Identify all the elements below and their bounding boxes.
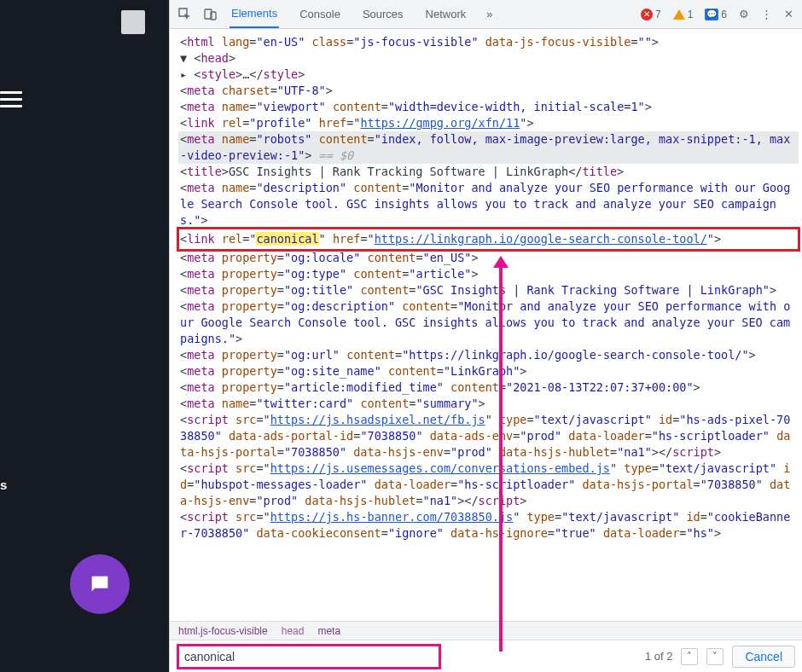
error-count: 7 [655, 9, 661, 20]
message-count: 6 [721, 9, 727, 20]
find-match-counter: 1 of 2 [645, 650, 673, 663]
breadcrumb-item[interactable]: html.js-focus-visible [178, 625, 268, 637]
chat-icon [88, 572, 112, 596]
dom-node[interactable]: <meta property="og:locale" content="en_U… [178, 250, 799, 266]
tab-console[interactable]: Console [298, 0, 342, 28]
dom-node[interactable]: <meta charset="UTF-8"> [178, 83, 799, 99]
find-cancel-button[interactable]: Cancel [732, 646, 795, 668]
find-prev-button[interactable]: ˄ [681, 648, 698, 665]
dom-node[interactable]: ▸ <style>…</style> [178, 67, 799, 83]
hamburger-icon[interactable] [0, 87, 22, 109]
dom-node[interactable]: <meta property="og:site_name" content="L… [178, 363, 799, 379]
devtools-panel: Elements Console Sources Network » ✕ 7 1… [169, 0, 802, 672]
dom-node[interactable]: <link rel="canonical" href="https://link… [178, 229, 799, 250]
dom-node[interactable]: <meta name="viewport" content="width=dev… [178, 99, 799, 115]
dom-node[interactable]: <title>GSC Insights | Rank Tracking Soft… [178, 164, 799, 180]
find-input-highlight [177, 644, 441, 669]
warning-icon [673, 9, 685, 20]
chat-launcher-button[interactable] [70, 554, 130, 614]
dom-node[interactable]: ▼ <head> [178, 50, 799, 67]
tabs-overflow-icon[interactable]: » [486, 8, 492, 20]
error-icon: ✕ [641, 9, 653, 20]
elements-dom-tree[interactable]: <html lang="en-US" class="js-focus-visib… [170, 29, 802, 621]
find-input[interactable] [184, 650, 433, 663]
dom-node[interactable]: <meta property="article:modified_time" c… [178, 379, 799, 396]
tab-elements[interactable]: Elements [230, 0, 279, 28]
dom-node[interactable]: <meta name="description" content="Monito… [178, 180, 799, 229]
find-bar: 1 of 2 ˄ ˅ Cancel [170, 640, 802, 672]
message-icon: 💬 [705, 9, 718, 20]
avatar[interactable] [121, 10, 145, 34]
dom-node[interactable]: <script src="https://js.hsadspixel.net/f… [178, 412, 799, 461]
gear-icon[interactable]: ⚙ [739, 8, 749, 20]
warning-count-badge[interactable]: 1 [673, 9, 694, 20]
message-count-badge[interactable]: 💬 6 [705, 9, 727, 20]
dom-node[interactable]: <meta property="og:url" content="https:/… [178, 347, 799, 363]
dom-node[interactable]: <script src="https://js.usemessages.com/… [178, 461, 799, 509]
elements-breadcrumb[interactable]: html.js-focus-visible head meta [170, 621, 802, 640]
close-icon[interactable]: ✕ [784, 8, 793, 20]
find-next-button[interactable]: ˅ [706, 648, 724, 665]
tab-sources[interactable]: Sources [361, 0, 405, 28]
annotation-arrow [499, 264, 503, 652]
error-count-badge[interactable]: ✕ 7 [641, 9, 661, 20]
dom-node[interactable]: <meta property="og:description" content=… [178, 298, 799, 347]
dom-node[interactable]: <html lang="en-US" class="js-focus-visib… [178, 34, 799, 50]
app-left-sidebar: s [0, 0, 169, 672]
devtools-toolbar: Elements Console Sources Network » ✕ 7 1… [170, 0, 802, 29]
sidebar-text-fragment: s [0, 478, 7, 492]
devtools-tabs: Elements Console Sources Network » [230, 0, 493, 28]
breadcrumb-item[interactable]: meta [317, 625, 340, 637]
dom-node[interactable]: <meta property="og:title" content="GSC I… [178, 282, 799, 298]
inspect-icon[interactable] [178, 8, 192, 21]
warning-count: 1 [688, 9, 694, 20]
dom-node[interactable]: <meta name="twitter:card" content="summa… [178, 396, 799, 412]
device-toggle-icon[interactable] [204, 8, 218, 21]
dom-node[interactable]: <script src="https://js.hs-banner.com/70… [178, 509, 799, 542]
breadcrumb-item[interactable]: head [282, 625, 305, 637]
kebab-menu-icon[interactable]: ⋮ [761, 8, 772, 20]
tab-network[interactable]: Network [424, 0, 468, 28]
dom-node[interactable]: <meta property="og:type" content="articl… [178, 266, 799, 282]
dom-node[interactable]: <meta name="robots" content="index, foll… [178, 131, 799, 164]
dom-node[interactable]: <link rel="profile" href="https://gmpg.o… [178, 115, 799, 131]
